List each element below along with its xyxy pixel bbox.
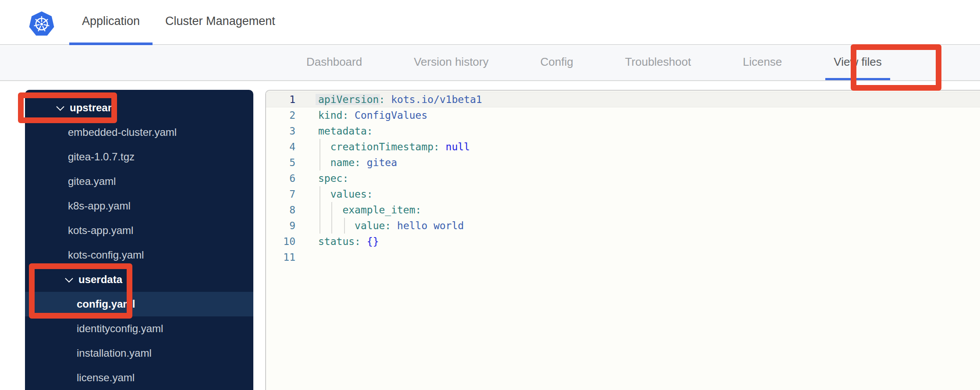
code-line-7[interactable]: 7 values: bbox=[266, 186, 980, 202]
line-number: 11 bbox=[266, 249, 318, 265]
line-number: 7 bbox=[266, 186, 318, 202]
line-number: 5 bbox=[266, 155, 318, 170]
line-number: 8 bbox=[266, 202, 318, 218]
code-text bbox=[318, 249, 980, 265]
tree-item-k8s-app-yaml[interactable]: k8s-app.yaml bbox=[25, 194, 253, 218]
file-label: kots-config.yaml bbox=[68, 249, 144, 261]
file-label: k8s-app.yaml bbox=[68, 200, 131, 212]
code-editor-panel[interactable]: 1apiVersion: kots.io/v1beta12kind: Confi… bbox=[265, 90, 980, 390]
line-number: 4 bbox=[266, 139, 318, 155]
indent-guide bbox=[344, 218, 345, 234]
code-line-11[interactable]: 11 bbox=[266, 249, 980, 265]
tree-item-identityconfig-yaml[interactable]: identityconfig.yaml bbox=[25, 316, 253, 341]
tree-item-userdata[interactable]: userdata bbox=[25, 267, 253, 292]
file-label: kots-app.yaml bbox=[68, 224, 133, 237]
nav-tab-license[interactable]: License bbox=[735, 46, 791, 80]
nav-tab-label: Version history bbox=[414, 55, 489, 69]
nav-tab-label: View files bbox=[834, 55, 881, 69]
code-line-9[interactable]: 9 value: hello world bbox=[266, 218, 980, 234]
nav-tab-dashboard[interactable]: Dashboard bbox=[298, 46, 370, 80]
nav-tab-config[interactable]: Config bbox=[532, 46, 582, 80]
nav-tab-label: Config bbox=[540, 55, 573, 69]
nav-bar: DashboardVersion historyConfigTroublesho… bbox=[0, 46, 980, 81]
tree-item-license-yaml[interactable]: license.yaml bbox=[25, 365, 253, 390]
code-line-5[interactable]: 5 name: gitea bbox=[266, 155, 980, 170]
tree-item-kots-app-yaml[interactable]: kots-app.yaml bbox=[25, 218, 253, 243]
line-number: 9 bbox=[266, 218, 318, 234]
code-line-2[interactable]: 2kind: ConfigValues bbox=[266, 107, 980, 123]
line-number: 10 bbox=[266, 234, 318, 249]
code-text: creationTimestamp: null bbox=[318, 139, 980, 155]
chevron-down-icon bbox=[56, 103, 64, 110]
line-number: 1 bbox=[266, 92, 318, 107]
tree-item-kots-config-yaml[interactable]: kots-config.yaml bbox=[25, 243, 253, 267]
folder-label: userdata bbox=[78, 273, 122, 286]
code-text: metadata: bbox=[318, 123, 980, 139]
line-number: 3 bbox=[266, 123, 318, 139]
nav-tab-label: License bbox=[743, 55, 782, 69]
indent-guide bbox=[331, 202, 332, 234]
file-label: license.yaml bbox=[77, 372, 135, 384]
file-tree-panel: upstreamembedded-cluster.yamlgitea-1.0.7… bbox=[25, 90, 253, 390]
indent-guide bbox=[320, 186, 320, 234]
tree-item-installation-yaml[interactable]: installation.yaml bbox=[25, 341, 253, 365]
code-text: status: {} bbox=[318, 234, 980, 249]
code-lines: 1apiVersion: kots.io/v1beta12kind: Confi… bbox=[266, 92, 980, 265]
tab-label: Application bbox=[82, 14, 140, 28]
line-number: 6 bbox=[266, 170, 318, 186]
code-line-8[interactable]: 8 example_item: bbox=[266, 202, 980, 218]
line-number: 2 bbox=[266, 107, 318, 123]
code-text: example_item: bbox=[318, 202, 980, 218]
tab-application[interactable]: Application bbox=[69, 0, 153, 45]
code-text: name: gitea bbox=[318, 155, 980, 170]
kubernetes-logo-icon bbox=[28, 11, 55, 38]
code-text: value: hello world bbox=[318, 218, 980, 234]
nav-tab-version-history[interactable]: Version history bbox=[405, 46, 497, 80]
chevron-down-icon bbox=[65, 274, 73, 282]
nav-tab-view-files[interactable]: View files bbox=[825, 46, 890, 80]
kubernetes-logo bbox=[28, 11, 55, 38]
code-line-6[interactable]: 6spec: bbox=[266, 170, 980, 186]
file-label: installation.yaml bbox=[77, 347, 152, 359]
tree-item-config-yaml[interactable]: config.yaml bbox=[25, 292, 253, 316]
tab-cluster-management[interactable]: Cluster Management bbox=[153, 0, 288, 45]
folder-label: upstream bbox=[70, 102, 117, 114]
nav-tabs: DashboardVersion historyConfigTroublesho… bbox=[0, 46, 980, 80]
nav-tab-label: Dashboard bbox=[306, 55, 362, 69]
indent-guide bbox=[320, 139, 320, 170]
code-text: values: bbox=[318, 186, 980, 202]
nav-tab-troubleshoot[interactable]: Troubleshoot bbox=[617, 46, 699, 80]
code-line-3[interactable]: 3metadata: bbox=[266, 123, 980, 139]
tree-item-embedded-cluster-yaml[interactable]: embedded-cluster.yaml bbox=[25, 120, 253, 145]
file-label: embedded-cluster.yaml bbox=[68, 126, 177, 138]
code-line-1[interactable]: 1apiVersion: kots.io/v1beta1 bbox=[266, 92, 980, 107]
code-text: apiVersion: kots.io/v1beta1 bbox=[318, 92, 980, 107]
code-line-4[interactable]: 4 creationTimestamp: null bbox=[266, 139, 980, 155]
tree-item-upstream[interactable]: upstream bbox=[25, 96, 253, 120]
file-label: gitea-1.0.7.tgz bbox=[68, 151, 135, 163]
tab-label: Cluster Management bbox=[165, 14, 275, 28]
file-label: gitea.yaml bbox=[68, 175, 116, 188]
tree-item-gitea-yaml[interactable]: gitea.yaml bbox=[25, 169, 253, 194]
tree-item-gitea-1-0-7-tgz[interactable]: gitea-1.0.7.tgz bbox=[25, 145, 253, 169]
header-tabs: ApplicationCluster Management bbox=[69, 0, 288, 45]
file-label: config.yaml bbox=[77, 298, 135, 310]
code-line-10[interactable]: 10status: {} bbox=[266, 234, 980, 249]
nav-tab-label: Troubleshoot bbox=[625, 55, 691, 69]
app-header: ApplicationCluster Management bbox=[0, 0, 980, 45]
file-label: identityconfig.yaml bbox=[77, 323, 163, 335]
kots-admin-console: ApplicationCluster Management DashboardV… bbox=[0, 0, 980, 390]
code-text: kind: ConfigValues bbox=[318, 107, 980, 123]
code-text: spec: bbox=[318, 170, 980, 186]
